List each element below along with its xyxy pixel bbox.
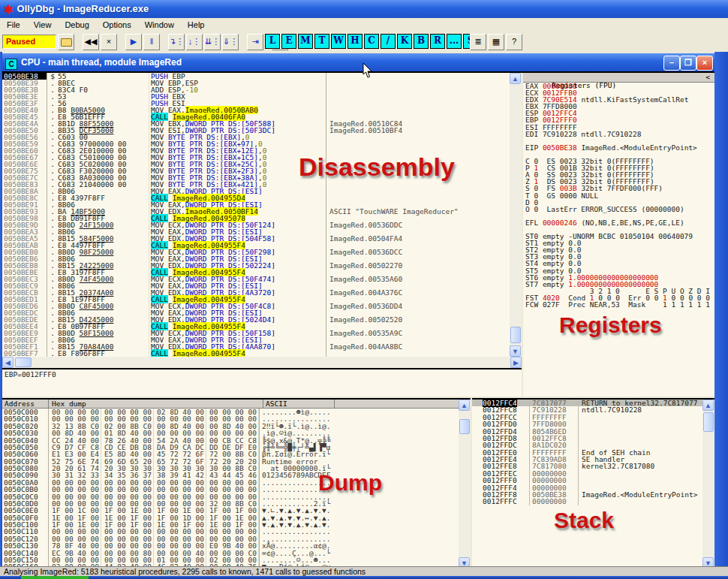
comment-cell: ImageRed.<ModuleEntryPoint> bbox=[579, 491, 702, 498]
comment-cell bbox=[326, 80, 510, 86]
toolbar-letter-button-slash[interactable]: / bbox=[381, 34, 396, 49]
registers-pane[interactable]: Registers (FPU) < EAX 00000000ECX 0012FF… bbox=[523, 73, 714, 397]
comment-cell bbox=[579, 435, 702, 442]
toolbar-letter-button-H[interactable]: H bbox=[347, 34, 362, 49]
bytes-cell: E8 F896F8FF bbox=[58, 350, 149, 357]
log-icon[interactable]: ≣ bbox=[470, 34, 486, 50]
toolbar-letter-button-R[interactable]: R bbox=[430, 34, 445, 49]
pause-icon[interactable]: ‖ bbox=[143, 34, 160, 50]
close-program-icon[interactable]: × bbox=[101, 34, 117, 50]
scroll-thumb[interactable] bbox=[15, 357, 32, 367]
menu-item-file[interactable]: File bbox=[0, 18, 27, 32]
menu-item-debug[interactable]: Debug bbox=[58, 18, 95, 32]
comment-cell: ImageRed.00536DCC bbox=[326, 249, 510, 255]
disasm-row[interactable]: 0050BE38$55PUSH EBP bbox=[2, 73, 510, 80]
register-line[interactable]: EDI 7C910228 ntdll.7C910228 bbox=[523, 131, 714, 137]
toolbar-letter-button-C[interactable]: C bbox=[364, 34, 379, 49]
comment-cell: ImageRed.00504FA4 bbox=[326, 235, 510, 242]
menu-item-options[interactable]: Options bbox=[96, 18, 138, 32]
dump-pane[interactable]: AddressHex dumpASCII 0050C00000 00 00 00… bbox=[2, 398, 459, 568]
address-cell: 0050BEF7 bbox=[2, 350, 47, 357]
info-pane[interactable]: EBP=0012FFF0 bbox=[2, 368, 522, 397]
step-over-icon[interactable]: ↓⋮ bbox=[186, 34, 203, 50]
menu-item-help[interactable]: Help bbox=[181, 18, 212, 32]
menu-item-view[interactable]: View bbox=[27, 18, 59, 32]
scroll-up-icon[interactable]: ▲ bbox=[702, 400, 714, 411]
help-icon[interactable]: ? bbox=[506, 34, 522, 50]
toolbar-letter-button-L[interactable]: L bbox=[265, 34, 280, 49]
disassembly-pane[interactable]: 0050BE38$55PUSH EBP0050BE39.8BECMOV EBP,… bbox=[2, 73, 510, 357]
status-text: Analysing ImageRed: 5183 heuristical pro… bbox=[4, 567, 366, 576]
toolbar-letter-button-B[interactable]: B bbox=[414, 34, 429, 49]
bytes-cell: 53 bbox=[58, 93, 149, 100]
register-line[interactable]: O 0 LastErr ERROR_SUCCESS (00000000) bbox=[523, 206, 714, 213]
comment-cell bbox=[326, 93, 510, 100]
disassembly-horizontal-scrollbar[interactable]: ◀ ▶ bbox=[2, 357, 522, 368]
disasm-row[interactable]: 0050BE3E.53PUSH EBX bbox=[2, 93, 510, 100]
comment-cell bbox=[326, 100, 510, 107]
toolbar-letter-button-E[interactable]: E bbox=[281, 34, 296, 49]
register-line[interactable]: EFL 00000246 (NO,NB,E,BE,NS,PE,GE,LE) bbox=[523, 219, 714, 226]
disasm-row[interactable]: 0050BE3B.83C4 F0ADD ESP,-10 bbox=[2, 86, 510, 93]
toolbar-letter-buttons: LEMTWHC/KBR...S bbox=[264, 34, 479, 49]
stack-pane[interactable]: 0012FFC47C817077RETURN to kernel32.7C817… bbox=[472, 398, 702, 568]
info-pane-text: EBP=0012FFF0 bbox=[5, 370, 56, 378]
toolbar-letter-button-M[interactable]: M bbox=[298, 34, 313, 49]
register-line[interactable]: FCW 027F Prec NEAR,53 Mask 1 1 1 1 1 1 bbox=[523, 301, 714, 308]
collapse-icon[interactable]: < bbox=[705, 73, 710, 81]
disasm-row[interactable]: 0050BEF7.E8 F896F8FFCALL ImageRed.004955… bbox=[2, 350, 510, 357]
annotation-stack: Stack bbox=[554, 508, 614, 533]
bytes-cell: 83C4 F0 bbox=[58, 86, 149, 93]
window-title: OllyDbg - ImageReducer.exe bbox=[17, 3, 149, 14]
comment-cell bbox=[579, 428, 702, 435]
address-cell: 0012FFFC bbox=[472, 498, 529, 505]
right-window-border bbox=[714, 52, 728, 566]
comment-cell bbox=[579, 414, 702, 421]
appearance-icon[interactable]: ▦ bbox=[488, 34, 504, 50]
register-line[interactable]: EIP 0050BE38 ImageRed.<ModuleEntryPoint> bbox=[523, 144, 714, 151]
stack-vertical-scrollbar[interactable]: ▲ ▼ bbox=[702, 398, 714, 568]
cpu-window-title: CPU - main thread, module ImageRed bbox=[21, 57, 182, 68]
scroll-up-icon[interactable]: ▲ bbox=[510, 73, 521, 84]
scroll-right-icon[interactable]: ▶ bbox=[510, 357, 522, 368]
execute-till-return-icon[interactable]: ⇥ bbox=[247, 34, 263, 50]
restart-icon[interactable]: ◀◀ bbox=[83, 34, 99, 50]
scroll-thumb[interactable] bbox=[459, 419, 470, 434]
comment-cell bbox=[579, 421, 702, 427]
comment-cell bbox=[326, 140, 510, 147]
comment-cell: kernel32.7C817080 bbox=[579, 463, 702, 469]
scroll-down-icon[interactable]: ▼ bbox=[510, 345, 521, 357]
dump-header-spacer bbox=[335, 400, 459, 409]
toolbar: Paused ◀◀×▶‖↴⋮↓⋮⇊⋮⇓⋮⇥→⋮ LEMTWHC/KBR...S … bbox=[0, 32, 728, 52]
close-button[interactable]: × bbox=[696, 56, 713, 71]
instruction-cell: CALL ImageRed.004955F4 bbox=[149, 350, 326, 357]
disassembly-vertical-scrollbar[interactable]: ▲ ▼ bbox=[510, 73, 522, 357]
toolbar-letter-button-dots[interactable]: ... bbox=[447, 34, 462, 49]
trace-over-icon[interactable]: ⇓⋮ bbox=[222, 34, 239, 50]
scroll-left-icon[interactable]: ◀ bbox=[2, 357, 14, 368]
comment-cell bbox=[326, 134, 510, 140]
scroll-thumb[interactable] bbox=[703, 412, 714, 432]
step-into-icon[interactable]: ↴⋮ bbox=[168, 34, 185, 50]
open-file-icon[interactable] bbox=[58, 34, 74, 50]
comment-cell bbox=[326, 195, 510, 201]
toolbar-letter-button-K[interactable]: K bbox=[397, 34, 412, 49]
run-icon[interactable]: ▶ bbox=[125, 34, 142, 50]
scroll-thumb[interactable] bbox=[510, 327, 521, 343]
menu-item-window[interactable]: Window bbox=[138, 18, 181, 32]
comment-cell: ImageRed.00535A60 bbox=[326, 276, 510, 282]
cpu-window-title-bar[interactable]: CCPU - main thread, module ImageRed – ❐ … bbox=[2, 53, 714, 73]
annotation-registers: Registers bbox=[559, 312, 662, 338]
stack-row[interactable]: 0012FFFC00000000 bbox=[472, 498, 702, 505]
restore-button[interactable]: ❐ bbox=[680, 56, 696, 71]
minimize-button[interactable]: – bbox=[663, 56, 680, 71]
toolbar-letter-button-T[interactable]: T bbox=[314, 34, 329, 49]
trace-into-icon[interactable]: ⇊⋮ bbox=[204, 34, 221, 50]
comment-cell bbox=[579, 470, 702, 477]
scroll-up-icon[interactable]: ▲ bbox=[459, 400, 470, 411]
comment-cell: ImageRed.004A376C bbox=[326, 289, 510, 296]
register-line[interactable]: T 0 GS 0000 NULL bbox=[523, 192, 714, 199]
dump-vertical-scrollbar[interactable]: ▲ ▼ bbox=[459, 398, 471, 568]
title-bar[interactable]: ✱OllyDbg - ImageReducer.exe bbox=[0, 0, 728, 18]
toolbar-letter-button-W[interactable]: W bbox=[331, 34, 346, 49]
